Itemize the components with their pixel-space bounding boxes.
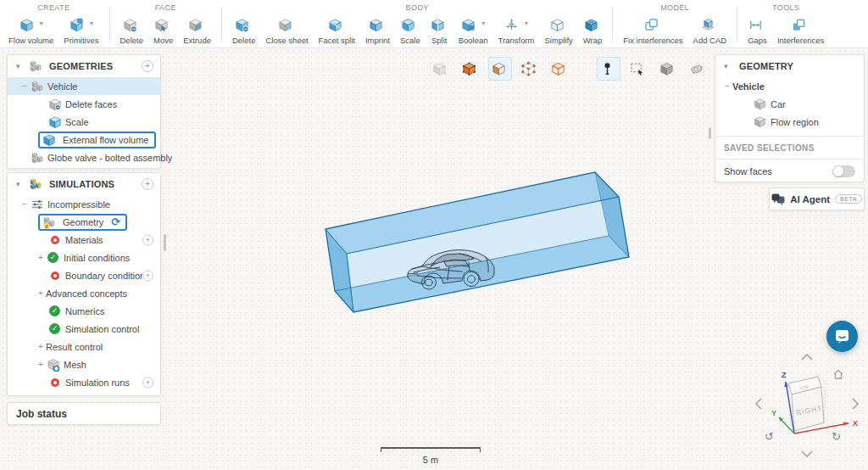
home-view-icon[interactable] xyxy=(834,371,843,379)
left-panel-scrollbar[interactable] xyxy=(164,234,166,251)
hide-body-button[interactable] xyxy=(656,57,680,81)
wrap-button[interactable]: Wrap xyxy=(578,14,608,45)
geometry-panel-header[interactable]: ▾ GEOMETRY xyxy=(715,55,864,77)
chevron-down-icon[interactable]: ▾ xyxy=(16,62,28,70)
delete-button[interactable]: Delete xyxy=(227,14,260,45)
rotate-ccw-icon[interactable]: ↺ xyxy=(765,430,774,443)
tree-row-boundary-conditions[interactable]: Boundary conditions+ xyxy=(8,266,160,284)
ai-agent-button[interactable]: AI Agent BETA xyxy=(769,187,865,210)
scale-bar-line xyxy=(381,447,481,452)
status-complete-icon: ✓ xyxy=(47,322,62,336)
tree-row-advanced-concepts[interactable]: +Advanced concepts xyxy=(8,284,160,302)
tree-row-scale[interactable]: Scale xyxy=(8,113,160,131)
select-volume-icon xyxy=(462,62,476,76)
refresh-icon[interactable]: ⟳ xyxy=(111,216,120,227)
boolean-icon xyxy=(461,18,476,32)
select-body-button[interactable] xyxy=(429,57,453,81)
navigation-cube[interactable]: ↺ ↻ TOP RIGHT X Z Y xyxy=(748,350,866,468)
tree-row-incompressible[interactable]: −Incompressible xyxy=(8,195,160,213)
close-sheet-button[interactable]: Close sheet xyxy=(260,14,313,45)
tree-row-car[interactable]: Car xyxy=(715,95,864,113)
saved-selections-header[interactable]: SAVED SELECTIONS xyxy=(715,137,864,159)
delete-button[interactable]: Delete xyxy=(115,14,148,45)
add-button[interactable]: + xyxy=(142,377,153,388)
tree-row-external-flow-volume[interactable]: External flow volume xyxy=(8,131,160,148)
split-button[interactable]: Split xyxy=(426,14,453,45)
expand-toggle[interactable]: + xyxy=(36,253,46,262)
imprint-button[interactable]: Imprint xyxy=(360,14,395,45)
select-volume-button[interactable] xyxy=(459,57,482,81)
collapse-toggle[interactable]: − xyxy=(722,81,732,91)
interferences-button[interactable]: Interferences xyxy=(772,14,829,45)
boolean-button[interactable]: ▾Boolean xyxy=(453,14,493,45)
add-button[interactable]: + xyxy=(142,178,153,190)
tree-row-flow-region[interactable]: Flow region xyxy=(715,113,864,131)
scale-button[interactable]: Scale xyxy=(395,14,426,45)
geometries-panel: ▾GEOMETRIES+−VehicleDelete facesScaleExt… xyxy=(7,54,161,169)
gaps-button[interactable]: Gaps xyxy=(743,14,772,45)
probe-pin-button[interactable] xyxy=(597,57,620,81)
geometries-header[interactable]: ▾GEOMETRIES+ xyxy=(8,55,160,77)
tree-row-mesh[interactable]: +Mesh xyxy=(8,355,160,373)
select-edge-button[interactable] xyxy=(548,57,571,81)
toolbar-item-label: Simplify xyxy=(545,36,573,45)
add-button[interactable]: + xyxy=(142,60,153,72)
toolbar-item-label: Add CAD xyxy=(693,36,727,45)
chat-launcher-button[interactable] xyxy=(826,321,858,352)
nav-rotate-right-chevron[interactable] xyxy=(853,399,858,409)
select-vertex-button[interactable] xyxy=(518,57,542,81)
expand-toggle[interactable]: + xyxy=(36,360,46,369)
nav-rotate-down-chevron[interactable] xyxy=(802,451,812,456)
tree-row-vehicle[interactable]: −Vehicle xyxy=(715,77,864,95)
add-button[interactable]: + xyxy=(142,234,153,245)
tree-row-delete-faces[interactable]: Delete faces xyxy=(8,95,160,113)
tree-row-simulation-control[interactable]: ✓Simulation control xyxy=(8,320,160,338)
chevron-down-icon[interactable]: ▾ xyxy=(724,62,736,70)
right-panel-scrollbar[interactable] xyxy=(709,127,711,139)
tree-row-vehicle[interactable]: −Vehicle xyxy=(8,77,160,95)
simulations-header[interactable]: ▾SIMULATIONS+ xyxy=(8,173,160,195)
toolbar-item-label: Delete xyxy=(120,36,143,45)
box-select-button[interactable] xyxy=(626,57,650,81)
collapse-toggle[interactable]: − xyxy=(19,81,30,91)
tree-row-globe-valve-bolted-assembly[interactable]: Globe valve - bolted assembly xyxy=(8,148,160,166)
simplify-button[interactable]: Simplify xyxy=(540,14,578,45)
select-face-button[interactable] xyxy=(488,57,512,81)
measure-button[interactable] xyxy=(686,57,709,81)
move-button[interactable]: Move xyxy=(148,14,178,45)
chevron-down-icon[interactable]: ▾ xyxy=(525,20,528,27)
tree-row-simulation-runs[interactable]: Simulation runs+ xyxy=(8,373,160,391)
flow-volume-button[interactable]: ▾Flow volume xyxy=(3,14,58,45)
facet-split-button[interactable]: Facet split xyxy=(314,14,360,45)
primitives-button[interactable]: ▾Primitives xyxy=(58,14,103,45)
status-incomplete-icon xyxy=(47,232,62,247)
rotate-cw-icon[interactable]: ↻ xyxy=(832,430,841,443)
nav-cube-body[interactable]: TOP RIGHT xyxy=(788,377,826,431)
flow-volume-scene[interactable] xyxy=(314,161,653,331)
nav-rotate-up-chevron[interactable] xyxy=(802,355,812,360)
tree-row-numerics[interactable]: ✓Numerics xyxy=(8,302,160,320)
add-button[interactable]: + xyxy=(142,270,153,281)
nav-rotate-left-chevron[interactable] xyxy=(756,399,761,409)
expand-toggle[interactable]: + xyxy=(36,288,46,298)
tree-row-initial-conditions[interactable]: +✓Initial conditions xyxy=(8,249,160,266)
chevron-down-icon[interactable]: ▾ xyxy=(90,20,93,27)
tree-row-geometry[interactable]: !Geometry⟳ xyxy=(8,213,160,231)
chevron-down-icon[interactable]: ▾ xyxy=(40,20,43,27)
chevron-down-icon[interactable]: ▾ xyxy=(16,180,28,188)
tree-row-result-control[interactable]: +Result control xyxy=(8,338,160,355)
transform-button[interactable]: ▾Transform xyxy=(493,14,540,45)
job-status-panel[interactable]: Job status xyxy=(7,402,161,425)
tree-row-materials[interactable]: Materials+ xyxy=(8,231,160,249)
toolbar-group-label: MODEL xyxy=(618,3,732,14)
fix-interferences-button[interactable]: Fix interferences xyxy=(618,14,687,45)
collapse-toggle[interactable]: − xyxy=(19,199,30,209)
box-select-icon xyxy=(630,62,644,76)
expand-toggle[interactable]: + xyxy=(36,342,46,351)
add-cad-button[interactable]: Add CAD xyxy=(688,14,732,45)
toolbar-item-label: Fix interferences xyxy=(623,36,682,45)
show-faces-toggle[interactable] xyxy=(832,165,855,177)
extrude-button[interactable]: Extrude xyxy=(178,14,216,45)
chevron-down-icon[interactable]: ▾ xyxy=(481,20,485,27)
measure-icon xyxy=(689,62,704,76)
